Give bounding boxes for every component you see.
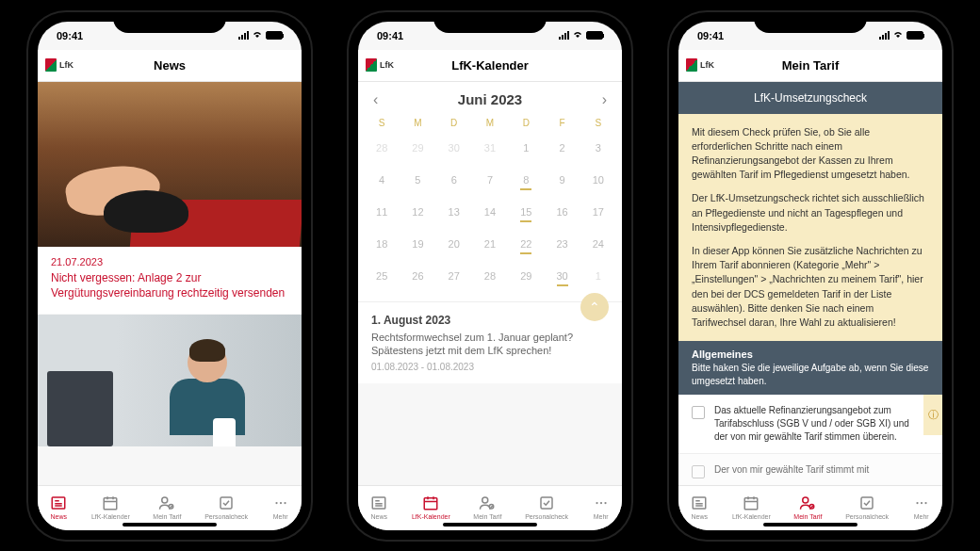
tab-kalender[interactable]: LfK-Kalender (91, 494, 130, 520)
tab-label: LfK-Kalender (412, 513, 450, 520)
svg-rect-18 (425, 497, 438, 509)
tab-tarif[interactable]: Mein Tarif (473, 494, 501, 520)
status-time: 09:41 (697, 30, 724, 41)
tab-news[interactable]: News (690, 494, 709, 520)
home-indicator[interactable] (443, 523, 537, 527)
day-cell[interactable]: 22 (508, 228, 544, 260)
day-cell[interactable]: 18 (364, 228, 400, 260)
wifi-icon (252, 30, 263, 41)
event-text: Rechtsformwechsel zum 1. Januar geplant?… (371, 331, 609, 359)
next-month-button[interactable]: › (602, 91, 607, 108)
day-cell[interactable]: 11 (364, 196, 400, 228)
more-icon (271, 494, 290, 511)
tarif-task-row[interactable]: Der von mir gewählte Tarif stimmt mit (678, 454, 942, 484)
tab-kalender[interactable]: LfK-Kalender (732, 494, 771, 520)
checkbox[interactable] (692, 406, 705, 419)
calendar-icon (742, 494, 760, 511)
news-card[interactable] (38, 315, 302, 446)
tarif-section-header: LfK-Umsetzungscheck (678, 82, 942, 114)
day-cell[interactable]: 7 (472, 164, 508, 196)
day-cell[interactable]: 31 (472, 132, 508, 164)
svg-point-25 (596, 501, 597, 503)
tab-label: LfK-Kalender (91, 513, 130, 520)
day-cell[interactable]: 15 (508, 196, 544, 228)
tab-label: Personalcheck (204, 513, 248, 520)
day-cell[interactable]: 17 (580, 196, 616, 228)
day-cell[interactable]: 28 (472, 260, 508, 292)
event-card[interactable]: ⌃ 1. August 2023 Rechtsformwechsel zum 1… (358, 301, 622, 384)
day-cell[interactable]: 27 (436, 260, 472, 292)
tab-label: Mehr (914, 513, 929, 520)
tarif-info-box: Mit diesem Check prüfen Sie, ob Sie alle… (678, 114, 942, 342)
day-cell[interactable]: 10 (580, 164, 616, 196)
day-cell[interactable]: 5 (400, 164, 435, 196)
day-cell[interactable]: 20 (436, 228, 472, 260)
tab-news[interactable]: News (369, 494, 388, 520)
signal-icon (238, 31, 249, 40)
day-cell[interactable]: 14 (472, 196, 508, 228)
weekday-header: S M D M D F S (364, 114, 616, 132)
day-cell[interactable]: 29 (508, 260, 544, 292)
day-cell[interactable]: 13 (436, 196, 472, 228)
day-cell[interactable]: 26 (400, 260, 435, 292)
home-indicator[interactable] (763, 523, 858, 527)
day-cell[interactable]: 2 (544, 132, 580, 164)
day-cell[interactable]: 9 (544, 164, 580, 196)
day-cell[interactable]: 28 (364, 132, 400, 164)
tab-kalender[interactable]: LfK-Kalender (412, 494, 450, 520)
info-icon[interactable]: ⓘ (923, 395, 942, 435)
tarif-icon (478, 494, 497, 511)
tab-mehr[interactable]: Mehr (271, 494, 290, 520)
calendar-icon (101, 494, 120, 511)
tarif-task-row[interactable]: Das aktuelle Refinanzierungsangebot zum … (678, 395, 942, 454)
header: LfK News (38, 50, 302, 82)
day-cell[interactable]: 4 (364, 164, 400, 196)
tab-label: News (51, 513, 68, 520)
tab-label: News (371, 513, 388, 520)
day-cell[interactable]: 16 (544, 196, 580, 228)
tab-mehr[interactable]: Mehr (912, 494, 931, 520)
day-cell[interactable]: 21 (472, 228, 508, 260)
day-cell[interactable]: 3 (580, 132, 616, 164)
tab-mehr[interactable]: Mehr (592, 494, 611, 520)
day-cell[interactable]: 8 (508, 164, 544, 196)
tab-personalcheck[interactable]: Personalcheck (525, 494, 568, 520)
status-icons (559, 30, 603, 41)
day-cell[interactable]: 1 (580, 260, 616, 292)
tab-personalcheck[interactable]: Personalcheck (845, 494, 889, 520)
checkbox[interactable] (692, 465, 705, 478)
tarif-allgemeines-header: Allgemeines Bitte haken Sie die jeweilig… (678, 341, 942, 395)
day-cell[interactable]: 1 (508, 132, 544, 164)
day-cell[interactable]: 12 (400, 196, 435, 228)
tab-news[interactable]: News (49, 494, 68, 520)
news-card[interactable]: 21.07.2023 Nicht vergessen: Anlage 2 zur… (38, 82, 302, 314)
day-cell[interactable]: 19 (400, 228, 435, 260)
day-cell[interactable]: 23 (544, 228, 580, 260)
day-cell[interactable]: 6 (436, 164, 472, 196)
svg-point-36 (803, 497, 808, 503)
tab-tarif[interactable]: Mein Tarif (793, 494, 822, 520)
svg-point-11 (275, 501, 277, 503)
tab-personalcheck[interactable]: Personalcheck (204, 494, 248, 520)
signal-icon (879, 31, 890, 40)
day-cell[interactable]: 25 (364, 260, 400, 292)
scroll-up-button[interactable]: ⌃ (580, 293, 609, 321)
header: LfK LfK-Kalender (358, 50, 622, 82)
day-cell[interactable]: 30 (436, 132, 472, 164)
tab-tarif[interactable]: Mein Tarif (153, 494, 181, 520)
prev-month-button[interactable]: ‹ (373, 91, 378, 108)
day-cell[interactable]: 24 (580, 228, 616, 260)
tab-label: News (692, 513, 709, 520)
day-cell[interactable]: 30 (544, 260, 580, 292)
page-title: LfK-Kalender (451, 58, 529, 73)
tarif-icon (157, 494, 176, 511)
event-range: 01.08.2023 - 01.08.2023 (371, 362, 609, 372)
logo-mark-icon (45, 58, 57, 72)
calendar-grid[interactable]: S M D M D F S 28 29 30 31 1 2 3 (358, 114, 622, 301)
battery-icon (586, 31, 603, 40)
svg-point-41 (924, 501, 926, 503)
day-cell[interactable]: 29 (400, 132, 435, 164)
home-indicator[interactable] (122, 523, 217, 527)
tarif-content[interactable]: LfK-Umsetzungscheck Mit diesem Check prü… (678, 82, 942, 485)
news-content[interactable]: 21.07.2023 Nicht vergessen: Anlage 2 zur… (38, 82, 302, 485)
